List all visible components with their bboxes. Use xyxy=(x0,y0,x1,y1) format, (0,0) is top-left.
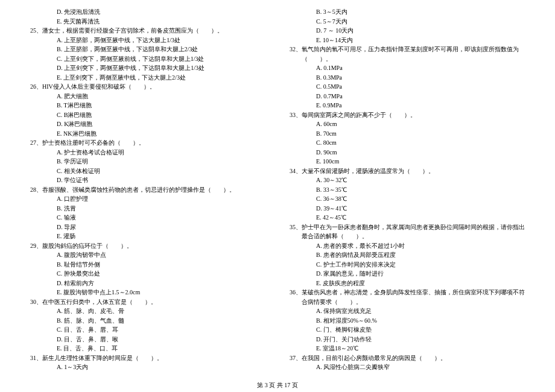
option-line: A. 保持病室光线充足 xyxy=(290,306,525,316)
option-line: A. 1～3天内 xyxy=(30,362,265,372)
option-line: D. 90cm xyxy=(290,148,525,157)
columns: D. 先浸泡后清洗E. 先灭菌再清洗25、潘女士，根据需要行经腹全子宫切除术，前… xyxy=(30,7,525,372)
option-line: A. 肥大细胞 xyxy=(30,92,265,101)
option-line: C. 上至剑突下，两侧至腋前线，下达阴阜和大腿上1/3处 xyxy=(30,54,265,64)
option-line: B. 70cm xyxy=(290,129,525,139)
option-line: D. 学位证书 xyxy=(30,175,265,185)
option-line: E. 0.9MPa xyxy=(290,101,525,110)
option-line: C. 输液 xyxy=(30,213,265,223)
left-column: D. 先浸泡后清洗E. 先灭菌再清洗25、潘女士，根据需要行经腹全子宫切除术，前… xyxy=(30,7,265,372)
question-line: 32、氧气筒内的氧不可用尽，压力表指针降至某刻度时不可再用，即该刻度所指数值为（… xyxy=(290,45,525,63)
option-line: A. 60cm xyxy=(290,119,525,129)
option-line: A. 患者的要求，最长不超过1小时 xyxy=(290,241,525,251)
question-line: 37、在我国，目前引起心房颤动最常见的病因是（ ）。 xyxy=(290,353,525,363)
option-line: C. 目、舌、鼻、唇、耳 xyxy=(30,325,265,335)
option-line: D. 开门、关门动作轻 xyxy=(290,335,525,344)
option-line: A. 护士资格考试合格证明 xyxy=(30,148,265,157)
question-line: 36、某破伤风患者，神志清楚，全身肌肉阵发性痉挛、抽搐，所住病室环境下列哪项不符… xyxy=(290,288,525,306)
question-line: 28、吞服强酸、强碱类腐蚀性药物的患者，切忌进行的护理操作是（ ）。 xyxy=(30,185,265,195)
option-line: C. 5～7天内 xyxy=(290,17,525,27)
option-line: E. NK淋巴细胞 xyxy=(30,129,265,139)
option-line: C. 0.5MPa xyxy=(290,82,525,92)
option-line: D. 上至剑突下，两侧至腋中线，下达阴阜和大腿上1/3处 xyxy=(30,63,265,73)
option-line: B. 学历证明 xyxy=(30,157,265,166)
option-line: A. 30～32℃ xyxy=(290,175,525,185)
question-line: 26、HIV侵入人体后主要侵犯和破坏（ ）。 xyxy=(30,82,265,92)
question-line: 25、潘女士，根据需要行经腹全子宫切除术，前备皮范围应为（ ）。 xyxy=(30,26,265,36)
option-line: C. B淋巴细胞 xyxy=(30,110,265,120)
option-line: C. 肿块最突出处 xyxy=(30,269,265,279)
option-line: E. 目、舌、鼻、口、耳 xyxy=(30,344,265,353)
option-line: A. 风湿性心脏病二尖瓣狭窄 xyxy=(290,362,525,372)
option-line: C. 36～38℃ xyxy=(290,194,525,204)
option-line: E. 10～14天内 xyxy=(290,36,525,45)
option-line: D. 先浸泡后清洗 xyxy=(30,7,265,17)
option-line: D. 精索前内方 xyxy=(30,279,265,288)
option-line: C. 相关体检证明 xyxy=(30,166,265,176)
option-line: D. 7 ～ 10天内 xyxy=(290,26,525,36)
option-line: D. 家属的意见，随时进行 xyxy=(290,269,525,279)
question-line: 30、在中医五行归类中，人体五官是（ ）。 xyxy=(30,297,265,307)
option-line: A. 腹股沟韧带中点 xyxy=(30,250,265,260)
option-line: D. K淋巴细胞 xyxy=(30,119,265,129)
option-line: E. 室温18～20℃ xyxy=(290,344,525,353)
option-line: A. 口腔护理 xyxy=(30,194,265,204)
option-line: B. 3～5天内 xyxy=(290,7,525,17)
question-line: 33、每间病室两床之间的距离不少于（ ）。 xyxy=(290,110,525,120)
option-line: D. 0.7MPa xyxy=(290,92,525,101)
option-line: B. 0.3MPa xyxy=(290,73,525,83)
option-line: A. 上至脐部，两侧至腋中线，下达大腿上1/3处 xyxy=(30,36,265,45)
option-line: C. 护士工作时间的安排来决定 xyxy=(290,260,525,270)
option-line: D. 导尿 xyxy=(30,223,265,232)
right-column: B. 3～5天内C. 5～7天内D. 7 ～ 10天内E. 10～14天内32、… xyxy=(290,7,525,372)
option-line: B. 耻骨结节外侧 xyxy=(30,260,265,270)
option-line: B. 相对湿度50%～60.% xyxy=(290,316,525,326)
option-line: A. 筋、脉、肉、皮毛、骨 xyxy=(30,306,265,316)
option-line: E. 腹股沟韧带中点上1.5～2.0cm xyxy=(30,288,265,297)
option-line: E. 皮肤疾患的程度 xyxy=(290,279,525,288)
question-line: 35、护士甲在为一卧床患者翻身时，其家属询问患者更换卧位间隔时间的根据，请你指出… xyxy=(290,223,525,241)
option-line: E. 100cm xyxy=(290,157,525,166)
option-line: A. 0.1MPa xyxy=(290,63,525,73)
question-line: 34、大量不保留灌肠时，灌肠液的温度常为（ ）。 xyxy=(290,166,525,176)
option-line: B. 上至脐部，两侧至腋中线，下达阴阜和大腿上2/3处 xyxy=(30,45,265,54)
question-line: 27、护士资格注册时可不必备的（ ）。 xyxy=(30,138,265,148)
option-line: B. 筋、脉、肉、气血、髓 xyxy=(30,316,265,326)
option-line: C. 80cm xyxy=(290,138,525,148)
option-line: E. 灌肠 xyxy=(30,232,265,241)
option-line: D. 39～41℃ xyxy=(290,204,525,213)
question-line: 29、腹股沟斜疝的疝环位于（ ）。 xyxy=(30,241,265,251)
page-footer: 第 3 页 共 17 页 xyxy=(0,381,555,390)
option-line: C. 门、椅脚钉橡皮垫 xyxy=(290,325,525,335)
question-line: 31、新生儿生理性体重下降的时间应是（ ）。 xyxy=(30,353,265,363)
option-line: E. 42～45℃ xyxy=(290,213,525,223)
option-line: B. 33～35℃ xyxy=(290,185,525,195)
option-line: E. 上至剑突下，两侧至腋中线，下达大腿上2/3处 xyxy=(30,73,265,83)
page: D. 先浸泡后清洗E. 先灭菌再清洗25、潘女士，根据需要行经腹全子宫切除术，前… xyxy=(0,0,555,392)
option-line: D. 目、舌、鼻、唇、喉 xyxy=(30,335,265,344)
option-line: B. T淋巴细胞 xyxy=(30,101,265,110)
option-line: B. 洗胃 xyxy=(30,204,265,213)
option-line: E. 先灭菌再清洗 xyxy=(30,17,265,27)
option-line: B. 患者的病情及局部受压程度 xyxy=(290,250,525,260)
